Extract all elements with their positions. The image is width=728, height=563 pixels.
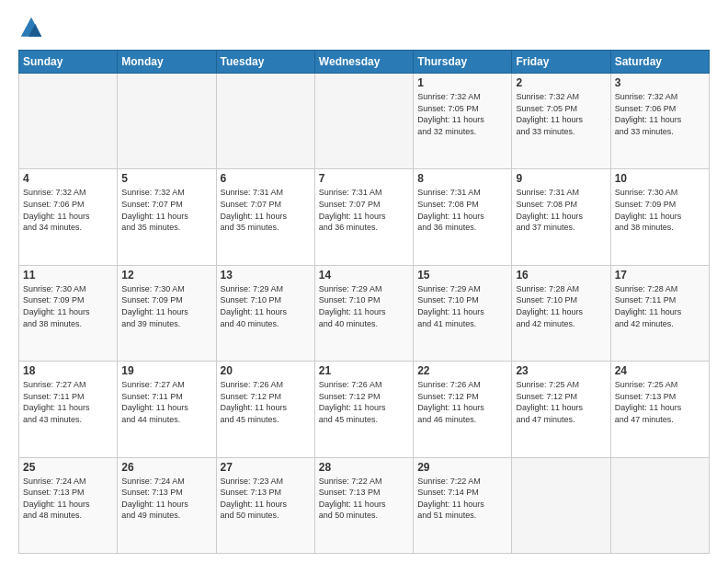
weekday-sunday: Sunday <box>19 51 118 74</box>
day-number: 6 <box>221 172 311 185</box>
day-info: Sunrise: 7:32 AM Sunset: 7:06 PM Dayligh… <box>23 187 113 233</box>
calendar-cell: 4Sunrise: 7:32 AM Sunset: 7:06 PM Daylig… <box>19 169 118 265</box>
calendar-cell: 12Sunrise: 7:30 AM Sunset: 7:09 PM Dayli… <box>118 265 216 361</box>
day-number: 2 <box>516 76 606 89</box>
day-number: 7 <box>319 172 409 185</box>
day-info: Sunrise: 7:22 AM Sunset: 7:13 PM Dayligh… <box>319 476 409 522</box>
day-number: 14 <box>319 269 409 282</box>
calendar-cell: 26Sunrise: 7:24 AM Sunset: 7:13 PM Dayli… <box>118 457 216 553</box>
day-info: Sunrise: 7:29 AM Sunset: 7:10 PM Dayligh… <box>417 283 507 329</box>
calendar-cell: 10Sunrise: 7:30 AM Sunset: 7:09 PM Dayli… <box>610 169 709 265</box>
calendar-cell <box>19 74 118 169</box>
day-info: Sunrise: 7:32 AM Sunset: 7:05 PM Dayligh… <box>417 91 507 137</box>
calendar-cell: 16Sunrise: 7:28 AM Sunset: 7:10 PM Dayli… <box>512 265 610 361</box>
day-number: 9 <box>516 172 606 185</box>
logo <box>18 15 48 40</box>
day-info: Sunrise: 7:26 AM Sunset: 7:12 PM Dayligh… <box>417 379 507 425</box>
weekday-tuesday: Tuesday <box>216 51 314 74</box>
calendar-cell: 1Sunrise: 7:32 AM Sunset: 7:05 PM Daylig… <box>414 74 512 169</box>
week-row-0: 1Sunrise: 7:32 AM Sunset: 7:05 PM Daylig… <box>19 74 710 169</box>
calendar-cell <box>610 457 709 553</box>
day-number: 5 <box>121 172 211 185</box>
calendar-cell: 28Sunrise: 7:22 AM Sunset: 7:13 PM Dayli… <box>314 457 413 553</box>
day-info: Sunrise: 7:23 AM Sunset: 7:13 PM Dayligh… <box>221 476 311 522</box>
day-info: Sunrise: 7:32 AM Sunset: 7:05 PM Dayligh… <box>516 91 606 137</box>
day-info: Sunrise: 7:22 AM Sunset: 7:14 PM Dayligh… <box>417 476 507 522</box>
weekday-header-row: SundayMondayTuesdayWednesdayThursdayFrid… <box>19 51 710 74</box>
day-info: Sunrise: 7:32 AM Sunset: 7:06 PM Dayligh… <box>615 91 705 137</box>
day-number: 12 <box>121 269 211 282</box>
day-number: 24 <box>615 364 705 377</box>
calendar-cell: 3Sunrise: 7:32 AM Sunset: 7:06 PM Daylig… <box>610 74 709 169</box>
day-info: Sunrise: 7:31 AM Sunset: 7:07 PM Dayligh… <box>221 187 311 233</box>
logo-icon <box>18 15 44 40</box>
weekday-monday: Monday <box>118 51 216 74</box>
day-info: Sunrise: 7:30 AM Sunset: 7:09 PM Dayligh… <box>615 187 705 233</box>
day-number: 3 <box>615 76 705 89</box>
day-info: Sunrise: 7:24 AM Sunset: 7:13 PM Dayligh… <box>121 476 211 522</box>
day-info: Sunrise: 7:26 AM Sunset: 7:12 PM Dayligh… <box>319 379 409 425</box>
page: SundayMondayTuesdayWednesdayThursdayFrid… <box>0 0 728 563</box>
calendar-cell <box>216 74 314 169</box>
day-number: 27 <box>221 461 311 474</box>
day-number: 10 <box>615 172 705 185</box>
week-row-1: 4Sunrise: 7:32 AM Sunset: 7:06 PM Daylig… <box>19 169 710 265</box>
weekday-thursday: Thursday <box>414 51 512 74</box>
calendar-cell: 25Sunrise: 7:24 AM Sunset: 7:13 PM Dayli… <box>19 457 118 553</box>
calendar-cell: 23Sunrise: 7:25 AM Sunset: 7:12 PM Dayli… <box>512 362 610 457</box>
weekday-wednesday: Wednesday <box>314 51 413 74</box>
day-number: 4 <box>23 172 113 185</box>
day-number: 16 <box>516 269 606 282</box>
day-info: Sunrise: 7:27 AM Sunset: 7:11 PM Dayligh… <box>121 379 211 425</box>
calendar-cell: 27Sunrise: 7:23 AM Sunset: 7:13 PM Dayli… <box>216 457 314 553</box>
day-number: 26 <box>121 461 211 474</box>
day-info: Sunrise: 7:31 AM Sunset: 7:07 PM Dayligh… <box>319 187 409 233</box>
calendar-cell: 8Sunrise: 7:31 AM Sunset: 7:08 PM Daylig… <box>414 169 512 265</box>
header <box>18 15 710 40</box>
day-info: Sunrise: 7:28 AM Sunset: 7:10 PM Dayligh… <box>516 283 606 329</box>
day-number: 22 <box>417 364 507 377</box>
calendar-cell: 14Sunrise: 7:29 AM Sunset: 7:10 PM Dayli… <box>314 265 413 361</box>
calendar-cell: 19Sunrise: 7:27 AM Sunset: 7:11 PM Dayli… <box>118 362 216 457</box>
calendar-cell: 6Sunrise: 7:31 AM Sunset: 7:07 PM Daylig… <box>216 169 314 265</box>
weekday-saturday: Saturday <box>610 51 709 74</box>
day-number: 15 <box>417 269 507 282</box>
day-info: Sunrise: 7:30 AM Sunset: 7:09 PM Dayligh… <box>121 283 211 329</box>
day-info: Sunrise: 7:27 AM Sunset: 7:11 PM Dayligh… <box>23 379 113 425</box>
calendar-cell: 2Sunrise: 7:32 AM Sunset: 7:05 PM Daylig… <box>512 74 610 169</box>
day-info: Sunrise: 7:25 AM Sunset: 7:13 PM Dayligh… <box>615 379 705 425</box>
day-info: Sunrise: 7:31 AM Sunset: 7:08 PM Dayligh… <box>417 187 507 233</box>
calendar-cell: 11Sunrise: 7:30 AM Sunset: 7:09 PM Dayli… <box>19 265 118 361</box>
weekday-friday: Friday <box>512 51 610 74</box>
day-number: 20 <box>221 364 311 377</box>
day-info: Sunrise: 7:32 AM Sunset: 7:07 PM Dayligh… <box>121 187 211 233</box>
day-info: Sunrise: 7:28 AM Sunset: 7:11 PM Dayligh… <box>615 283 705 329</box>
calendar-cell: 7Sunrise: 7:31 AM Sunset: 7:07 PM Daylig… <box>314 169 413 265</box>
day-info: Sunrise: 7:26 AM Sunset: 7:12 PM Dayligh… <box>221 379 311 425</box>
day-number: 25 <box>23 461 113 474</box>
day-number: 17 <box>615 269 705 282</box>
day-number: 19 <box>121 364 211 377</box>
day-number: 1 <box>417 76 507 89</box>
week-row-4: 25Sunrise: 7:24 AM Sunset: 7:13 PM Dayli… <box>19 457 710 553</box>
calendar-cell: 5Sunrise: 7:32 AM Sunset: 7:07 PM Daylig… <box>118 169 216 265</box>
day-number: 8 <box>417 172 507 185</box>
day-number: 29 <box>417 461 507 474</box>
calendar-cell: 20Sunrise: 7:26 AM Sunset: 7:12 PM Dayli… <box>216 362 314 457</box>
calendar-cell <box>512 457 610 553</box>
day-number: 21 <box>319 364 409 377</box>
calendar-cell <box>314 74 413 169</box>
day-number: 28 <box>319 461 409 474</box>
week-row-3: 18Sunrise: 7:27 AM Sunset: 7:11 PM Dayli… <box>19 362 710 457</box>
day-number: 23 <box>516 364 606 377</box>
day-number: 18 <box>23 364 113 377</box>
calendar-cell: 24Sunrise: 7:25 AM Sunset: 7:13 PM Dayli… <box>610 362 709 457</box>
week-row-2: 11Sunrise: 7:30 AM Sunset: 7:09 PM Dayli… <box>19 265 710 361</box>
day-info: Sunrise: 7:30 AM Sunset: 7:09 PM Dayligh… <box>23 283 113 329</box>
day-info: Sunrise: 7:29 AM Sunset: 7:10 PM Dayligh… <box>319 283 409 329</box>
day-number: 13 <box>221 269 311 282</box>
day-info: Sunrise: 7:24 AM Sunset: 7:13 PM Dayligh… <box>23 476 113 522</box>
calendar-cell: 15Sunrise: 7:29 AM Sunset: 7:10 PM Dayli… <box>414 265 512 361</box>
day-info: Sunrise: 7:25 AM Sunset: 7:12 PM Dayligh… <box>516 379 606 425</box>
calendar-cell: 21Sunrise: 7:26 AM Sunset: 7:12 PM Dayli… <box>314 362 413 457</box>
